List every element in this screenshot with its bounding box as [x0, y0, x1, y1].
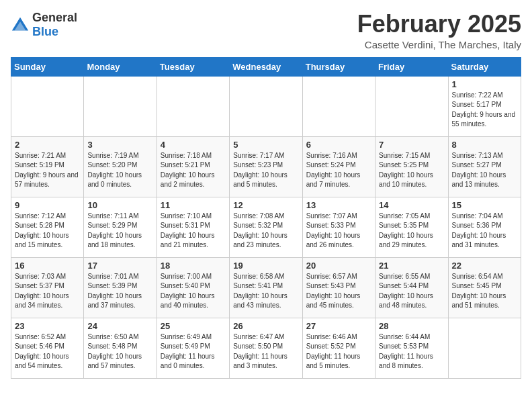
- day-cell: 8Sunrise: 7:13 AM Sunset: 5:27 PM Daylig…: [448, 136, 521, 197]
- day-cell: 28Sunrise: 6:44 AM Sunset: 5:53 PM Dayli…: [375, 318, 448, 378]
- day-cell: 24Sunrise: 6:50 AM Sunset: 5:48 PM Dayli…: [84, 318, 157, 378]
- logo-icon: [11, 15, 30, 34]
- title-block: February 2025 Casette Verdini, The March…: [357, 11, 521, 50]
- day-number: 14: [379, 200, 444, 210]
- weekday-header-saturday: Saturday: [448, 57, 521, 76]
- day-cell: 16Sunrise: 7:03 AM Sunset: 5:37 PM Dayli…: [11, 257, 84, 318]
- day-cell: 6Sunrise: 7:16 AM Sunset: 5:24 PM Daylig…: [302, 136, 375, 197]
- day-cell: [157, 76, 229, 136]
- day-cell: 13Sunrise: 7:07 AM Sunset: 5:33 PM Dayli…: [302, 197, 375, 257]
- day-info: Sunrise: 7:03 AM Sunset: 5:37 PM Dayligh…: [15, 272, 80, 311]
- day-info: Sunrise: 6:46 AM Sunset: 5:52 PM Dayligh…: [306, 332, 371, 371]
- logo-blue: Blue: [32, 25, 58, 38]
- day-info: Sunrise: 6:57 AM Sunset: 5:43 PM Dayligh…: [306, 272, 371, 311]
- day-info: Sunrise: 6:49 AM Sunset: 5:49 PM Dayligh…: [161, 332, 226, 371]
- day-cell: 17Sunrise: 7:01 AM Sunset: 5:39 PM Dayli…: [84, 257, 157, 318]
- day-cell: [302, 76, 375, 136]
- day-cell: 3Sunrise: 7:19 AM Sunset: 5:20 PM Daylig…: [84, 136, 157, 197]
- week-row-4: 16Sunrise: 7:03 AM Sunset: 5:37 PM Dayli…: [11, 257, 521, 318]
- day-info: Sunrise: 6:54 AM Sunset: 5:45 PM Dayligh…: [452, 272, 517, 311]
- day-cell: 7Sunrise: 7:15 AM Sunset: 5:25 PM Daylig…: [375, 136, 448, 197]
- day-cell: 23Sunrise: 6:52 AM Sunset: 5:46 PM Dayli…: [11, 318, 84, 378]
- day-info: Sunrise: 7:05 AM Sunset: 5:35 PM Dayligh…: [379, 212, 444, 250]
- day-cell: [375, 76, 448, 136]
- day-cell: 9Sunrise: 7:12 AM Sunset: 5:28 PM Daylig…: [11, 197, 84, 257]
- day-number: 1: [452, 79, 517, 89]
- month-title: February 2025: [357, 11, 521, 38]
- day-cell: 11Sunrise: 7:10 AM Sunset: 5:31 PM Dayli…: [157, 197, 229, 257]
- day-info: Sunrise: 7:19 AM Sunset: 5:20 PM Dayligh…: [87, 151, 152, 190]
- weekday-header-friday: Friday: [375, 57, 448, 76]
- day-cell: 21Sunrise: 6:55 AM Sunset: 5:44 PM Dayli…: [375, 257, 448, 318]
- logo-text: General Blue: [32, 11, 77, 39]
- day-info: Sunrise: 7:13 AM Sunset: 5:27 PM Dayligh…: [452, 151, 517, 190]
- logo-general: General: [32, 11, 77, 24]
- day-info: Sunrise: 7:07 AM Sunset: 5:33 PM Dayligh…: [306, 212, 371, 250]
- day-number: 26: [233, 321, 298, 331]
- day-number: 25: [161, 321, 226, 331]
- day-number: 18: [161, 261, 226, 271]
- day-info: Sunrise: 7:11 AM Sunset: 5:29 PM Dayligh…: [87, 212, 152, 250]
- day-info: Sunrise: 6:58 AM Sunset: 5:41 PM Dayligh…: [233, 272, 298, 311]
- day-number: 3: [87, 140, 152, 150]
- day-number: 10: [87, 200, 152, 210]
- day-number: 17: [87, 261, 152, 271]
- day-cell: 2Sunrise: 7:21 AM Sunset: 5:19 PM Daylig…: [11, 136, 84, 197]
- week-row-5: 23Sunrise: 6:52 AM Sunset: 5:46 PM Dayli…: [11, 318, 521, 378]
- day-number: 2: [15, 140, 80, 150]
- day-number: 9: [15, 200, 80, 210]
- day-cell: 5Sunrise: 7:17 AM Sunset: 5:23 PM Daylig…: [230, 136, 302, 197]
- day-cell: 14Sunrise: 7:05 AM Sunset: 5:35 PM Dayli…: [375, 197, 448, 257]
- day-cell: 20Sunrise: 6:57 AM Sunset: 5:43 PM Dayli…: [302, 257, 375, 318]
- day-cell: 27Sunrise: 6:46 AM Sunset: 5:52 PM Dayli…: [302, 318, 375, 378]
- day-info: Sunrise: 7:00 AM Sunset: 5:40 PM Dayligh…: [161, 272, 226, 311]
- day-number: 12: [233, 200, 298, 210]
- logo: General Blue: [11, 11, 77, 39]
- day-cell: 1Sunrise: 7:22 AM Sunset: 5:17 PM Daylig…: [448, 76, 521, 136]
- day-cell: 19Sunrise: 6:58 AM Sunset: 5:41 PM Dayli…: [230, 257, 302, 318]
- day-number: 23: [15, 321, 80, 331]
- week-row-1: 1Sunrise: 7:22 AM Sunset: 5:17 PM Daylig…: [11, 76, 521, 136]
- day-cell: 4Sunrise: 7:18 AM Sunset: 5:21 PM Daylig…: [157, 136, 229, 197]
- day-number: 15: [452, 200, 517, 210]
- day-number: 16: [15, 261, 80, 271]
- day-number: 5: [233, 140, 298, 150]
- day-cell: [84, 76, 157, 136]
- week-row-3: 9Sunrise: 7:12 AM Sunset: 5:28 PM Daylig…: [11, 197, 521, 257]
- weekday-header-wednesday: Wednesday: [230, 57, 302, 76]
- day-number: 11: [161, 200, 226, 210]
- day-cell: [230, 76, 302, 136]
- week-row-2: 2Sunrise: 7:21 AM Sunset: 5:19 PM Daylig…: [11, 136, 521, 197]
- day-cell: 25Sunrise: 6:49 AM Sunset: 5:49 PM Dayli…: [157, 318, 229, 378]
- weekday-header-monday: Monday: [84, 57, 157, 76]
- day-number: 19: [233, 261, 298, 271]
- day-number: 21: [379, 261, 444, 271]
- day-number: 24: [87, 321, 152, 331]
- day-cell: 18Sunrise: 7:00 AM Sunset: 5:40 PM Dayli…: [157, 257, 229, 318]
- day-info: Sunrise: 7:01 AM Sunset: 5:39 PM Dayligh…: [87, 272, 152, 311]
- day-cell: 12Sunrise: 7:08 AM Sunset: 5:32 PM Dayli…: [230, 197, 302, 257]
- day-number: 28: [379, 321, 444, 331]
- day-info: Sunrise: 6:50 AM Sunset: 5:48 PM Dayligh…: [87, 332, 152, 371]
- day-info: Sunrise: 7:15 AM Sunset: 5:25 PM Dayligh…: [379, 151, 444, 190]
- day-cell: 26Sunrise: 6:47 AM Sunset: 5:50 PM Dayli…: [230, 318, 302, 378]
- day-info: Sunrise: 6:44 AM Sunset: 5:53 PM Dayligh…: [379, 332, 444, 371]
- location-subtitle: Casette Verdini, The Marches, Italy: [357, 39, 521, 50]
- day-info: Sunrise: 7:16 AM Sunset: 5:24 PM Dayligh…: [306, 151, 371, 190]
- weekday-header-sunday: Sunday: [11, 57, 84, 76]
- weekday-header-thursday: Thursday: [302, 57, 375, 76]
- day-info: Sunrise: 6:47 AM Sunset: 5:50 PM Dayligh…: [233, 332, 298, 371]
- day-cell: 22Sunrise: 6:54 AM Sunset: 5:45 PM Dayli…: [448, 257, 521, 318]
- day-info: Sunrise: 6:52 AM Sunset: 5:46 PM Dayligh…: [15, 332, 80, 371]
- weekday-header-row: SundayMondayTuesdayWednesdayThursdayFrid…: [11, 57, 521, 76]
- day-info: Sunrise: 7:21 AM Sunset: 5:19 PM Dayligh…: [15, 151, 80, 190]
- day-cell: [11, 76, 84, 136]
- calendar-table: SundayMondayTuesdayWednesdayThursdayFrid…: [11, 57, 521, 379]
- day-cell: 10Sunrise: 7:11 AM Sunset: 5:29 PM Dayli…: [84, 197, 157, 257]
- day-info: Sunrise: 7:22 AM Sunset: 5:17 PM Dayligh…: [452, 91, 517, 130]
- day-number: 8: [452, 140, 517, 150]
- day-info: Sunrise: 7:08 AM Sunset: 5:32 PM Dayligh…: [233, 212, 298, 250]
- day-info: Sunrise: 7:17 AM Sunset: 5:23 PM Dayligh…: [233, 151, 298, 190]
- header: General Blue February 2025 Casette Verdi…: [11, 11, 521, 50]
- day-info: Sunrise: 7:04 AM Sunset: 5:36 PM Dayligh…: [452, 212, 517, 250]
